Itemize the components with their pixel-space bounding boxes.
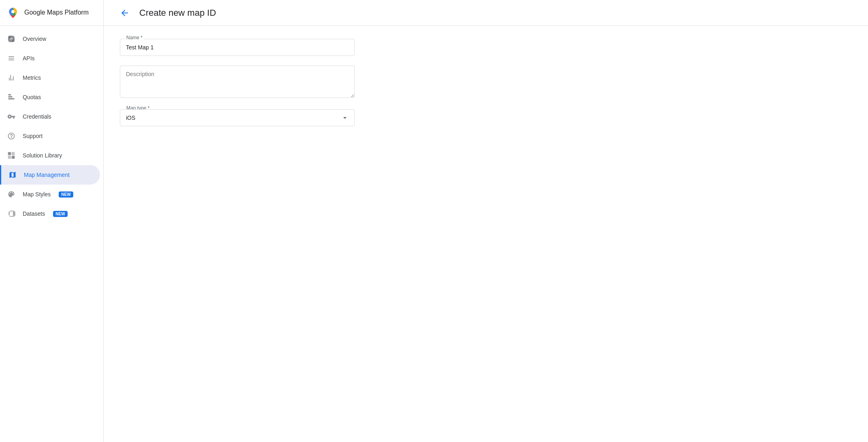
main-header: Create new map ID <box>104 0 868 26</box>
back-arrow-icon <box>120 8 130 18</box>
sidebar-item-metrics[interactable]: Metrics <box>0 68 100 87</box>
credentials-icon <box>6 112 16 121</box>
svg-rect-1 <box>9 36 11 39</box>
apis-icon <box>6 53 16 63</box>
solution-library-icon <box>6 151 16 160</box>
description-field-wrapper <box>120 66 355 100</box>
metrics-icon <box>6 73 16 83</box>
svg-rect-3 <box>9 39 11 42</box>
sidebar-item-metrics-label: Metrics <box>23 74 41 81</box>
quotas-icon <box>6 92 16 102</box>
sidebar-item-solution-library-label: Solution Library <box>23 152 62 159</box>
map-type-field-group: Map type * JavaScript Android iOS <box>120 109 852 126</box>
sidebar-item-credentials-label: Credentials <box>23 113 51 120</box>
svg-rect-2 <box>12 36 15 39</box>
support-icon <box>6 131 16 141</box>
google-maps-logo <box>6 6 19 19</box>
svg-rect-5 <box>9 94 11 96</box>
sidebar-item-overview-label: Overview <box>23 36 46 42</box>
app-title: Google Maps Platform <box>24 8 89 17</box>
name-field-group: Name * <box>120 39 852 56</box>
svg-rect-7 <box>9 98 15 100</box>
svg-rect-8 <box>8 152 11 155</box>
sidebar-item-datasets-label: Datasets <box>23 210 45 217</box>
sidebar: Google Maps Platform Overview <box>0 0 104 442</box>
svg-rect-10 <box>8 156 11 159</box>
svg-point-0 <box>11 10 15 13</box>
main-content-area: Create new map ID Name * Map type * Java… <box>104 0 868 442</box>
name-label: Name * <box>125 35 144 40</box>
sidebar-header: Google Maps Platform <box>0 0 103 26</box>
sidebar-item-overview[interactable]: Overview <box>0 29 100 49</box>
sidebar-item-map-management-label: Map Management <box>24 172 70 178</box>
description-input[interactable] <box>120 66 355 98</box>
sidebar-item-solution-library[interactable]: Solution Library <box>0 146 100 165</box>
sidebar-nav: Overview APIs Metrics <box>0 26 103 442</box>
sidebar-item-datasets[interactable]: Datasets NEW <box>0 204 100 223</box>
page-title: Create new map ID <box>139 8 216 18</box>
sidebar-item-support-label: Support <box>23 133 43 139</box>
map-type-select-wrapper: JavaScript Android iOS <box>120 109 355 126</box>
sidebar-item-credentials[interactable]: Credentials <box>0 107 100 126</box>
sidebar-item-apis-label: APIs <box>23 55 35 62</box>
sidebar-item-apis[interactable]: APIs <box>0 49 100 68</box>
description-field-group <box>120 66 852 100</box>
datasets-new-badge: NEW <box>53 211 67 217</box>
sidebar-item-quotas-label: Quotas <box>23 94 41 100</box>
name-input[interactable] <box>120 39 355 56</box>
sidebar-item-quotas[interactable]: Quotas <box>0 87 100 107</box>
map-styles-icon <box>6 189 16 199</box>
overview-icon <box>6 34 16 44</box>
sidebar-item-map-management[interactable]: Map Management <box>0 165 100 185</box>
svg-rect-6 <box>9 96 13 98</box>
svg-rect-11 <box>12 156 15 159</box>
svg-rect-4 <box>12 39 15 42</box>
map-type-field-wrapper: Map type * JavaScript Android iOS <box>120 109 355 126</box>
map-type-select[interactable]: JavaScript Android iOS <box>120 109 355 126</box>
map-management-icon <box>8 170 17 180</box>
datasets-icon <box>6 209 16 219</box>
back-button[interactable] <box>117 5 133 21</box>
map-styles-new-badge: NEW <box>59 191 73 198</box>
form-container: Name * Map type * JavaScript Android iOS <box>104 26 868 442</box>
name-field-wrapper: Name * <box>120 39 355 56</box>
svg-rect-9 <box>12 152 15 155</box>
sidebar-item-support[interactable]: Support <box>0 126 100 146</box>
sidebar-item-map-styles-label: Map Styles <box>23 191 51 198</box>
sidebar-item-map-styles[interactable]: Map Styles NEW <box>0 185 100 204</box>
